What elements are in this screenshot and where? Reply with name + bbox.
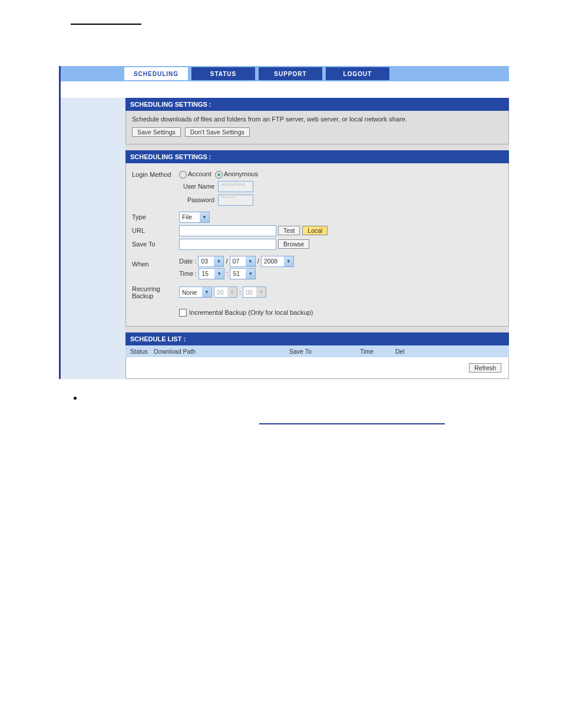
time-hour-select[interactable]: 15 ▼ — [199, 268, 224, 279]
refresh-button[interactable]: Refresh — [469, 363, 501, 373]
browse-button[interactable]: Browse — [278, 239, 309, 249]
test-button[interactable]: Test — [278, 226, 300, 235]
save-settings-button[interactable]: Save Settings — [132, 127, 181, 137]
password-field[interactable]: ******** — [218, 195, 253, 206]
username-label: User Name — [179, 183, 218, 190]
incremental-checkbox[interactable] — [179, 309, 187, 317]
chevron-down-icon: ▼ — [214, 269, 224, 279]
radio-account[interactable]: Account — [179, 170, 211, 179]
date-month-select[interactable]: 03 ▼ — [198, 256, 224, 267]
col-download-path: Download Path — [154, 348, 289, 355]
schedule-list-header: Status Download Path Save To Time Del — [125, 345, 509, 357]
type-select[interactable]: File ▼ — [179, 212, 210, 223]
tab-label: SCHEDULING — [134, 71, 178, 77]
username-field[interactable]: anonymous — [218, 181, 253, 192]
date-label: Date : — [179, 258, 196, 265]
intro-panel-title: SCHEDULING SETTINGS : — [125, 98, 509, 111]
intro-desc: Schedule downloads of files and folders … — [132, 116, 503, 123]
tab-label: STATUS — [210, 71, 237, 77]
chevron-down-icon: ▼ — [227, 287, 237, 297]
date-year-select[interactable]: 2008 ▼ — [261, 256, 294, 267]
type-select-value: File — [182, 213, 197, 220]
radio-anonymous-label: Anonymous — [224, 170, 258, 177]
chevron-down-icon: ▼ — [202, 287, 211, 297]
tab-label: LOGOUT — [343, 71, 372, 77]
col-save-to: Save To — [289, 348, 360, 355]
type-label: Type — [132, 213, 179, 220]
incremental-label: Incremental Backup (Only for local backu… — [189, 309, 313, 316]
chevron-down-icon: ▼ — [246, 256, 255, 266]
tab-support[interactable]: SUPPORT — [259, 67, 322, 80]
when-label: When — [132, 256, 179, 268]
url-field[interactable] — [179, 225, 276, 236]
date-day-select[interactable]: 07 ▼ — [230, 256, 256, 267]
recurring-hour-select[interactable]: 00 ▼ — [214, 286, 237, 298]
col-status: Status — [130, 348, 154, 355]
chevron-down-icon: ▼ — [200, 212, 209, 222]
recurring-minute-select[interactable]: 00 ▼ — [243, 286, 266, 298]
chevron-down-icon: ▼ — [256, 287, 266, 297]
time-minute-select[interactable]: 51 ▼ — [230, 268, 256, 279]
recurring-label: Recurring Backup — [132, 285, 179, 299]
radio-anonymous[interactable]: Anonymous — [215, 170, 258, 179]
bullet-marker — [74, 397, 77, 400]
tab-label: SUPPORT — [274, 71, 306, 77]
top-divider — [71, 24, 141, 25]
settings-panel-title: SCHEDULING SETTINGS : — [125, 150, 509, 163]
chevron-down-icon: ▼ — [284, 256, 293, 266]
col-del: Del — [395, 348, 413, 355]
saveto-label: Save To — [132, 241, 179, 248]
link-divider — [259, 423, 445, 424]
recurring-select[interactable]: None ▼ — [179, 286, 212, 298]
chevron-down-icon: ▼ — [214, 256, 223, 266]
col-time: Time — [360, 348, 395, 355]
tab-scheduling[interactable]: SCHEDULING — [124, 67, 188, 80]
radio-account-label: Account — [188, 170, 211, 177]
password-label: Password — [179, 196, 218, 203]
intro-panel-body: Schedule downloads of files and folders … — [125, 111, 509, 144]
tab-logout[interactable]: LOGOUT — [326, 67, 389, 80]
url-label: URL — [132, 227, 179, 234]
top-nav: SCHEDULING STATUS SUPPORT LOGOUT — [61, 66, 509, 81]
local-button[interactable]: Local — [302, 226, 328, 235]
schedule-list-title: SCHEDULE LIST : — [125, 332, 509, 345]
time-label: Time : — [179, 270, 197, 277]
dont-save-settings-button[interactable]: Don't Save Settings — [185, 127, 250, 137]
tab-status[interactable]: STATUS — [191, 67, 255, 80]
saveto-field[interactable] — [179, 239, 276, 250]
login-method-label: Login Method — [132, 171, 179, 178]
sidebar — [61, 98, 125, 379]
chevron-down-icon: ▼ — [246, 269, 255, 279]
